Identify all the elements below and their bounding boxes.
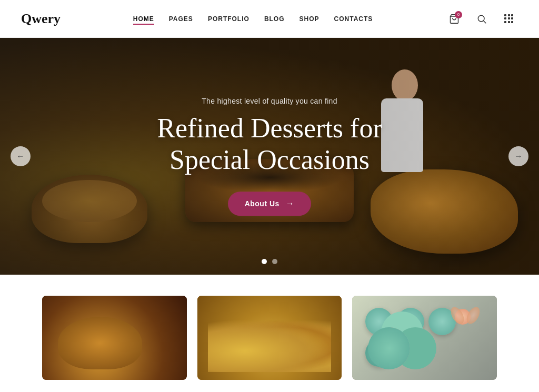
hero-cta-arrow: → bbox=[286, 199, 295, 208]
nav-item-home[interactable]: HOME bbox=[133, 15, 154, 23]
site-header: Qwery HOME PAGES PORTFOLIO BLOG SHOP CON… bbox=[0, 0, 539, 38]
hero-title: Refined Desserts for Special Occasions bbox=[117, 113, 422, 176]
macaron-4 bbox=[365, 339, 393, 367]
cart-badge: 0 bbox=[455, 11, 462, 18]
hero-dot-2[interactable] bbox=[272, 259, 277, 264]
hero-next-button[interactable]: → bbox=[508, 146, 528, 166]
hero-cta-button[interactable]: About Us → bbox=[228, 192, 312, 216]
logo[interactable]: Qwery bbox=[21, 11, 61, 27]
card-macarons[interactable] bbox=[352, 296, 497, 380]
product-cards-section bbox=[0, 296, 539, 380]
cart-button[interactable]: 0 bbox=[445, 10, 463, 28]
search-icon bbox=[476, 14, 487, 24]
hero-section: ← The highest level of quality you can f… bbox=[0, 38, 539, 275]
main-nav: HOME PAGES PORTFOLIO BLOG SHOP CONTACTS bbox=[133, 15, 373, 23]
svg-point-1 bbox=[478, 15, 484, 22]
nav-item-blog[interactable]: BLOG bbox=[264, 15, 285, 23]
card-croissants[interactable] bbox=[197, 296, 342, 380]
search-button[interactable] bbox=[473, 10, 491, 28]
next-arrow-icon: → bbox=[508, 146, 528, 166]
prev-arrow-icon: ← bbox=[11, 146, 31, 166]
nav-item-shop[interactable]: SHOP bbox=[300, 15, 320, 23]
header-icons: 0 bbox=[445, 10, 518, 28]
nav-item-portfolio[interactable]: PORTFOLIO bbox=[208, 15, 249, 23]
hero-dot-1[interactable] bbox=[262, 259, 267, 264]
flower-decoration bbox=[450, 306, 481, 338]
svg-line-2 bbox=[484, 21, 486, 23]
hero-content: The highest level of quality you can fin… bbox=[117, 97, 422, 216]
grid-icon bbox=[504, 14, 514, 24]
hero-prev-button[interactable]: ← bbox=[11, 146, 31, 166]
card-bread[interactable] bbox=[42, 296, 187, 380]
nav-item-pages[interactable]: PAGES bbox=[169, 15, 193, 23]
hero-cta-label: About Us bbox=[245, 199, 280, 208]
nav-item-contacts[interactable]: CONTACTS bbox=[334, 15, 373, 23]
macaron-1 bbox=[365, 308, 393, 335]
hero-subtitle: The highest level of quality you can fin… bbox=[117, 97, 422, 105]
grid-menu-button[interactable] bbox=[500, 10, 518, 28]
hero-dots bbox=[262, 259, 277, 264]
macaron-2 bbox=[397, 308, 424, 335]
